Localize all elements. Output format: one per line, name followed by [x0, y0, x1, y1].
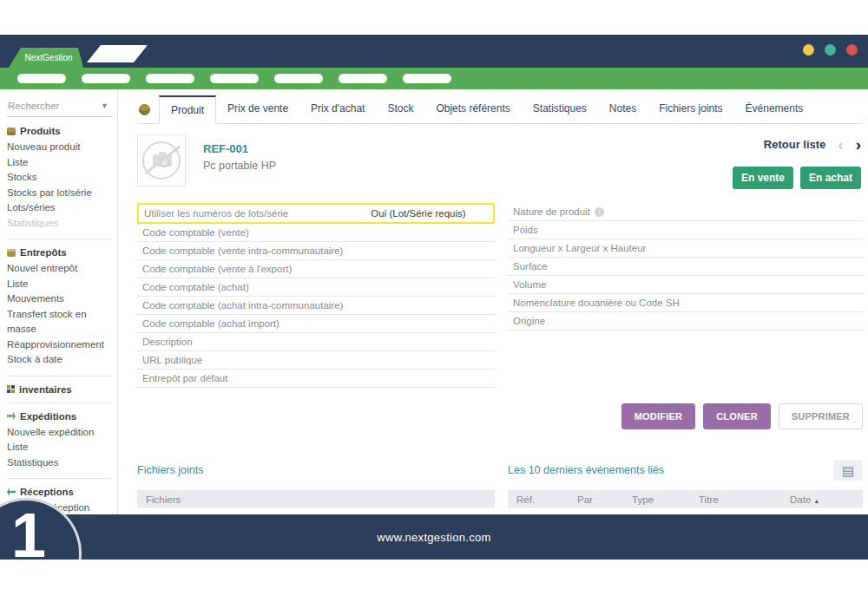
tab-produit[interactable]: Produit	[159, 95, 216, 124]
secondary-tab[interactable]	[87, 45, 148, 62]
sidebar-item[interactable]: Nouvelle expédition	[7, 425, 112, 441]
attachments-table-header: Fichiers	[137, 490, 495, 508]
field-label: Poids	[513, 225, 740, 235]
attachments-title: Fichiers joints	[137, 464, 203, 476]
field-row: Code comptable (achat)	[137, 278, 495, 297]
tab-bar: ProduitPrix de ventePrix d'achatStockObj…	[137, 95, 863, 124]
sidebar-item[interactable]: Liste	[7, 277, 112, 292]
sidebar-divider	[7, 376, 112, 376]
field-row: Code comptable (vente)	[137, 224, 495, 242]
sidebar-item[interactable]: Transfert stock en masse	[7, 307, 112, 337]
window-controls	[803, 44, 858, 56]
column-header-par: Par	[577, 494, 632, 505]
field-row: Code comptable (vente à l'export)	[137, 260, 495, 278]
tab--v-nements[interactable]: Événements	[734, 95, 815, 123]
sidebar-section-title: Réceptions	[20, 487, 74, 497]
sidebar-section-products[interactable]: Produits	[7, 126, 112, 136]
nav-pill-placeholder[interactable]	[210, 74, 259, 83]
warehouse-icon	[7, 249, 16, 257]
sidebar-item[interactable]: Nouveau produit	[7, 140, 112, 155]
field-label: Nomenclature douanière ou Code SH	[513, 298, 740, 308]
tab-prix-de-vente[interactable]: Prix de vente	[216, 95, 299, 123]
sidebar-item[interactable]: Réapprovisionnement	[7, 337, 112, 353]
nav-pill-placeholder[interactable]	[17, 74, 66, 83]
field-row: Utiliser les numéros de lots/sérieOui (L…	[137, 203, 495, 224]
sidebar-item[interactable]: Statistiques	[7, 455, 112, 471]
tab-notes[interactable]: Notes	[598, 95, 648, 123]
nav-pill-placeholder[interactable]	[339, 74, 387, 83]
tab-prix-d-achat[interactable]: Prix d'achat	[299, 95, 376, 123]
field-row: Description	[137, 333, 495, 351]
sidebar-item[interactable]: Stocks par lot/série	[7, 186, 112, 201]
chevron-right-icon[interactable]: ›	[856, 139, 861, 151]
status-badge: En vente	[733, 167, 793, 189]
sidebar-divider	[7, 402, 112, 403]
sidebar-section-title: inventaires	[19, 384, 72, 395]
field-label: Code comptable (vente intra-communautair…	[142, 245, 372, 256]
sidebar-item[interactable]: Stocks	[7, 170, 112, 186]
field-row: Entrepôt par défaut	[137, 370, 495, 388]
app-window: NextGestion Rechercher ▼ ProduitsNouveau…	[0, 35, 868, 560]
sidebar-item[interactable]: Lots/séries	[7, 200, 112, 216]
events-list-button[interactable]: ▤	[833, 460, 863, 481]
sidebar-section-warehouse[interactable]: Entrepôts	[7, 247, 112, 258]
field-label: Code comptable (achat intra-communautair…	[142, 300, 372, 311]
nav-pill-placeholder[interactable]	[274, 74, 323, 83]
sidebar-section-title: Expéditions	[20, 411, 76, 422]
column-header-date[interactable]: Date▲	[790, 494, 819, 505]
events-title: Les 10 derniers événements liés	[508, 464, 664, 476]
fields-right-column: Nature de produitiPoidsLongueur x Largeu…	[508, 203, 863, 330]
chevron-down-icon: ▼	[101, 101, 108, 110]
field-label: Longueur x Largeur x Hauteur	[513, 243, 740, 253]
modifier-button[interactable]: MODIFIER	[621, 403, 695, 429]
action-buttons: MODIFIERCLONERSUPPRIMER	[137, 403, 863, 429]
product-header: REF-001 Pc portable HP Retour liste ‹ › …	[137, 134, 863, 189]
sidebar-section-receptions[interactable]: Réceptions	[7, 487, 112, 497]
field-row: Surface	[508, 258, 863, 276]
nav-pill-placeholder[interactable]	[82, 74, 130, 83]
field-value: Oui (Lot/Série requis)	[371, 208, 465, 219]
field-row: Poids	[508, 221, 863, 239]
sidebar-item[interactable]: Stock à date	[7, 352, 112, 368]
tab-fichiers-joints[interactable]: Fichiers joints	[648, 95, 733, 123]
tabs: ProduitPrix de ventePrix d'achatStockObj…	[159, 95, 814, 123]
tab-stock[interactable]: Stock	[376, 95, 424, 123]
field-row: Volume	[508, 276, 863, 294]
sidebar-search[interactable]: Rechercher ▼	[7, 98, 112, 117]
sidebar-section-inventory[interactable]: inventaires	[7, 384, 112, 395]
field-label: Code comptable (vente à l'export)	[142, 264, 372, 274]
sidebar-section-shipments[interactable]: Expéditions	[7, 411, 112, 422]
products-icon	[7, 128, 16, 135]
main-content: ProduitPrix de ventePrix d'achatStockObj…	[118, 89, 868, 560]
chevron-left-icon[interactable]: ‹	[838, 139, 843, 151]
supprimer-button[interactable]: SUPPRIMER	[779, 403, 863, 429]
field-row: Code comptable (vente intra-communautair…	[137, 242, 495, 260]
nav-pill-placeholder[interactable]	[146, 74, 194, 83]
field-label: Code comptable (achat)	[142, 282, 372, 292]
window-dot-teal-icon[interactable]	[825, 44, 836, 56]
sidebar-section-title: Entrepôts	[20, 247, 67, 258]
brand-tab[interactable]: NextGestion	[9, 48, 83, 68]
tab-objets-r-f-rents[interactable]: Objets référents	[424, 95, 521, 123]
sidebar-item[interactable]: Mouvements	[7, 291, 112, 307]
cloner-button[interactable]: CLONER	[703, 403, 771, 429]
field-label: Entrepôt par défaut	[142, 373, 372, 383]
inventory-icon	[7, 385, 15, 393]
sidebar-item[interactable]: Nouvel entrepôt	[7, 261, 112, 277]
column-header-type: Type	[632, 494, 699, 505]
window-dot-yellow-icon[interactable]	[803, 44, 814, 56]
back-to-list-link[interactable]: Retour liste	[764, 138, 826, 151]
page-number: 1	[11, 504, 46, 560]
sidebar-item[interactable]: Liste	[7, 440, 112, 455]
sidebar-divider	[7, 239, 112, 239]
sidebar-item[interactable]: Liste	[7, 155, 112, 171]
nav-pill-placeholder[interactable]	[403, 74, 451, 83]
field-row: Code comptable (achat intra-communautair…	[137, 297, 495, 315]
field-row: Nature de produiti	[508, 203, 863, 221]
window-dot-red-icon[interactable]	[846, 44, 858, 56]
receptions-icon	[7, 488, 16, 496]
tab-statistiques[interactable]: Statistiques	[522, 95, 598, 123]
product-name: Pc portable HP	[203, 160, 276, 172]
brand-label: NextGestion	[24, 53, 72, 62]
sidebar-menu: ProduitsNouveau produitListeStocksStocks…	[7, 126, 112, 516]
